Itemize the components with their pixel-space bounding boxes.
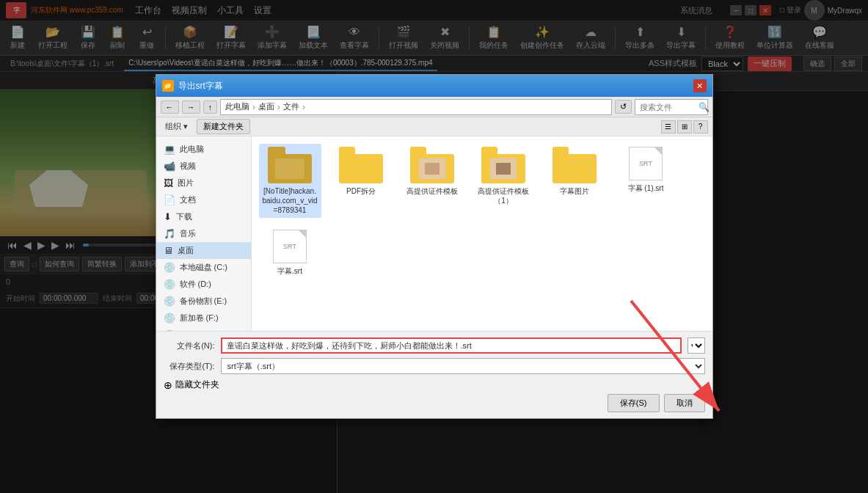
downloads-icon: ⬇ xyxy=(164,211,172,222)
new-f-label: 新加卷 (F:) xyxy=(180,313,219,324)
sub1-label: 字幕 (1).srt xyxy=(628,183,664,193)
nav-back-button[interactable]: ← xyxy=(161,101,179,114)
search-box: 🔍 xyxy=(635,99,708,115)
cert2-label: 高提供证件模板（1） xyxy=(475,186,532,205)
dialog-address-toolbar: ← → ↑ 此电脑 › 桌面 › 文件 › ↺ 🔍 xyxy=(156,97,712,117)
file-item-notitle[interactable]: [NoTitle]hackan.baidu.com_v_vid=8789341 xyxy=(259,144,321,218)
crumb-pc[interactable]: 此电脑 xyxy=(225,101,249,112)
app-window: 字 河东软件网 www.pc359.com 工作台 视频压制 小工具 设置 系统… xyxy=(0,0,868,493)
file-item-sub-img[interactable]: 字幕图片 xyxy=(544,144,606,218)
cert2-folder-icon xyxy=(481,147,525,183)
search-input[interactable] xyxy=(640,103,699,112)
view-buttons: ☰ ⊞ ? xyxy=(661,120,708,134)
desktop-icon: 🖥 xyxy=(164,245,173,256)
dialog-titlebar: 📁 导出srt字幕 ✕ xyxy=(156,75,712,97)
nav-forward-button[interactable]: → xyxy=(182,101,200,114)
pictures-label: 图片 xyxy=(178,178,194,189)
sidebar-item-documents[interactable]: 📄 文档 xyxy=(156,191,251,208)
software-d-icon: 💿 xyxy=(164,279,175,290)
dialog-overlay: 📁 导出srt字幕 ✕ ← → ↑ 此电脑 › 桌面 › 文件 › ↺ xyxy=(0,0,868,493)
file-dialog: 📁 导出srt字幕 ✕ ← → ↑ 此电脑 › 桌面 › 文件 › ↺ xyxy=(156,74,713,419)
file-item-pdf[interactable]: PDF拆分 xyxy=(330,144,393,218)
sidebar-item-backup-e[interactable]: 💿 备份物割 (E:) xyxy=(156,293,251,310)
view-list-button[interactable]: ☰ xyxy=(661,120,676,134)
new-f-icon: 💿 xyxy=(164,313,175,324)
pdf-label: PDF拆分 xyxy=(346,186,376,196)
backup-e-label: 备份物割 (E:) xyxy=(180,296,227,307)
view-grid-button[interactable]: ⊞ xyxy=(677,120,692,134)
dialog-close-button[interactable]: ✕ xyxy=(693,79,707,92)
srt1-file-icon: SRT xyxy=(629,147,663,180)
backup-e-icon: 💿 xyxy=(164,296,175,307)
filename-row: 文件名(N): ▾ xyxy=(164,337,705,354)
new-folder-button[interactable]: 新建文件夹 xyxy=(197,119,250,134)
nav-up-button[interactable]: ↑ xyxy=(203,101,218,114)
search-icon: 🔍 xyxy=(699,102,710,112)
file-item-cert2[interactable]: 高提供证件模板（1） xyxy=(473,144,535,218)
crumb-files[interactable]: 文件 xyxy=(283,101,299,112)
organize-button[interactable]: 组织 ▾ xyxy=(161,120,192,134)
downloads-label: 下载 xyxy=(176,211,192,222)
pdf-folder-icon xyxy=(339,147,383,183)
dialog-titlebar-left: 📁 导出srt字幕 xyxy=(162,80,223,92)
dialog-title: 导出srt字幕 xyxy=(178,80,223,92)
srt2-file-icon: SRT xyxy=(273,230,307,263)
file-item-cert1[interactable]: 高提供证件模板 xyxy=(401,144,464,218)
file-item-sub1[interactable]: SRT 字幕 (1).srt xyxy=(615,144,677,218)
dialog-bottom: 文件名(N): ▾ 保存类型(T): srt字幕（.srt） ⊕ 隐藏文件夹 xyxy=(156,331,712,418)
hidden-files-row[interactable]: ⊕ 隐藏文件夹 xyxy=(164,379,705,391)
software-d-label: 软件 (D:) xyxy=(180,279,211,290)
sidebar-item-local-c[interactable]: 💿 本地磁盘 (C:) xyxy=(156,259,251,276)
documents-icon: 📄 xyxy=(164,194,175,205)
filename-label: 文件名(N): xyxy=(164,340,215,351)
dialog-sidebar: 💻 此电脑 📹 视频 🖼 图片 📄 文档 xyxy=(156,136,252,331)
sidebar-item-pictures[interactable]: 🖼 图片 xyxy=(156,175,251,191)
notitle-folder-icon xyxy=(268,147,312,183)
documents-label: 文档 xyxy=(180,194,196,205)
this-pc-label: 此电脑 xyxy=(180,144,204,155)
sidebar-item-this-pc[interactable]: 💻 此电脑 xyxy=(156,141,251,158)
sidebar-item-downloads[interactable]: ⬇ 下载 xyxy=(156,208,251,225)
videos-label: 视频 xyxy=(180,161,196,172)
this-pc-icon: 💻 xyxy=(164,144,175,155)
dialog-titlebar-icon: 📁 xyxy=(162,80,174,92)
filename-input[interactable] xyxy=(221,337,682,354)
sidebar-item-software-d[interactable]: 💿 软件 (D:) xyxy=(156,276,251,293)
save-button[interactable]: 保存(S) xyxy=(608,394,660,412)
dialog-sub-toolbar: 组织 ▾ 新建文件夹 ☰ ⊞ ? xyxy=(156,117,712,136)
hidden-files-label: 隐藏文件夹 xyxy=(175,379,219,391)
sub-img-label: 字幕图片 xyxy=(560,186,589,196)
sidebar-item-music[interactable]: 🎵 音乐 xyxy=(156,225,251,242)
file-item-sub2[interactable]: SRT 字幕.srt xyxy=(259,227,321,279)
local-c-icon: 💿 xyxy=(164,262,175,273)
filetype-select[interactable]: srt字幕（.srt） xyxy=(221,358,705,374)
sub2-label: 字幕.srt xyxy=(277,266,302,276)
address-bar: 此电脑 › 桌面 › 文件 › xyxy=(220,99,612,115)
sidebar-item-new-f[interactable]: 💿 新加卷 (F:) xyxy=(156,310,251,326)
videos-icon: 📹 xyxy=(164,161,175,172)
dialog-body: 💻 此电脑 📹 视频 🖼 图片 📄 文档 xyxy=(156,136,712,331)
cert1-folder-icon xyxy=(410,147,454,183)
music-label: 音乐 xyxy=(180,228,196,239)
cancel-button[interactable]: 取消 xyxy=(664,394,705,412)
notitle-label: [NoTitle]hackan.baidu.com_v_vid=8789341 xyxy=(262,186,318,215)
sidebar-item-desktop[interactable]: 🖥 桌面 xyxy=(156,242,251,259)
filetype-row: 保存类型(T): srt字幕（.srt） xyxy=(164,358,705,374)
dialog-files: [NoTitle]hackan.baidu.com_v_vid=8789341 … xyxy=(252,136,712,331)
refresh-nav-button[interactable]: ↺ xyxy=(615,100,632,114)
music-icon: 🎵 xyxy=(164,228,175,239)
cert1-label: 高提供证件模板 xyxy=(406,186,458,196)
sidebar-item-videos[interactable]: 📹 视频 xyxy=(156,158,251,175)
dialog-action-row: 保存(S) 取消 xyxy=(164,394,705,412)
pictures-icon: 🖼 xyxy=(164,178,173,189)
collapse-icon: ⊕ xyxy=(164,379,172,391)
filetype-label: 保存类型(T): xyxy=(164,361,215,372)
help-button[interactable]: ? xyxy=(693,120,708,134)
sub-img-folder-icon xyxy=(552,147,597,183)
filename-dropdown[interactable]: ▾ xyxy=(688,337,705,354)
desktop-label: 桌面 xyxy=(178,245,194,256)
crumb-desktop[interactable]: 桌面 xyxy=(258,101,274,112)
local-c-label: 本地磁盘 (C:) xyxy=(180,262,227,273)
